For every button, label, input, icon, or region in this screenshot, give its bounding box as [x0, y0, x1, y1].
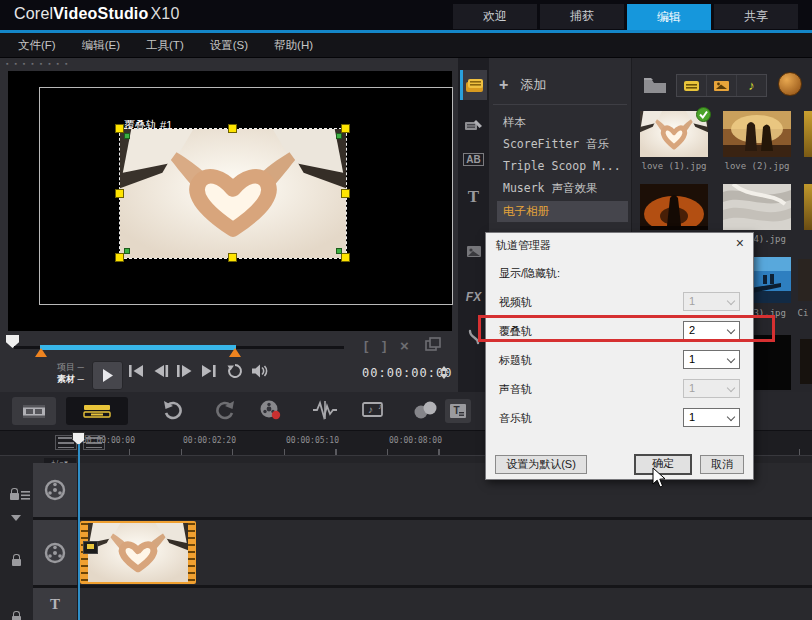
- overlay-clip-image[interactable]: [120, 129, 346, 258]
- subtitle-icon: T: [449, 403, 467, 419]
- trim-end-handle[interactable]: [229, 348, 241, 357]
- menu-help[interactable]: 帮助(H): [274, 38, 313, 53]
- overlay-clip-selection[interactable]: 覆叠轨 #1: [120, 129, 346, 258]
- rotate-handle-ne[interactable]: [336, 133, 342, 139]
- thumbnail-partial[interactable]: [804, 111, 812, 157]
- thumbnail-silhouette[interactable]: [640, 184, 708, 230]
- collapse-tracks-icon[interactable]: [11, 515, 21, 521]
- instant-project-button[interactable]: [460, 110, 487, 140]
- ride-all-tracks-icon[interactable]: [10, 491, 30, 500]
- auto-music-button[interactable]: ♪♪: [362, 400, 388, 420]
- playhead-line[interactable]: [78, 444, 80, 620]
- resize-handle-w[interactable]: [115, 189, 124, 198]
- title-track-count-select[interactable]: 1: [683, 350, 740, 369]
- timecode-up-spinner[interactable]: [440, 366, 448, 371]
- filter-video-button[interactable]: [677, 75, 707, 96]
- resize-handle-s[interactable]: [228, 253, 237, 262]
- category-scorefitter[interactable]: ScoreFitter 音乐: [497, 134, 628, 155]
- instant-project-icon: [464, 118, 483, 132]
- menu-edit[interactable]: 编辑(E): [82, 38, 120, 53]
- overlay-track-header[interactable]: [33, 520, 78, 585]
- undo-button[interactable]: [162, 400, 184, 420]
- plus-icon: +: [499, 76, 508, 94]
- overlay-track-icon: [43, 541, 67, 565]
- subtitle-editor-button[interactable]: T: [445, 399, 471, 423]
- timecode-down-spinner[interactable]: [440, 374, 448, 379]
- resize-handle-se[interactable]: [341, 253, 350, 262]
- trim-range-bar[interactable]: [40, 345, 236, 350]
- volume-button[interactable]: [251, 363, 270, 379]
- cancel-button[interactable]: 取消: [700, 455, 744, 474]
- play-button[interactable]: [92, 361, 123, 390]
- category-muserk[interactable]: Muserk 声音效果: [497, 178, 628, 199]
- tab-capture[interactable]: 捕获: [540, 4, 624, 29]
- repeat-button[interactable]: [227, 363, 243, 379]
- resize-handle-ne[interactable]: [341, 124, 350, 133]
- panel-drag-handle[interactable]: ▪ ▪ ▪ ▪ ▪ ▪ ▪ ▪: [6, 61, 69, 67]
- video-track-header[interactable]: [33, 463, 78, 517]
- title-track-lane[interactable]: [79, 588, 812, 620]
- music-track-count-select[interactable]: 1: [683, 408, 740, 427]
- resize-handle-n[interactable]: [228, 124, 237, 133]
- filter-audio-button[interactable]: ♪: [737, 75, 766, 96]
- overlay-track-lock-icon[interactable]: [12, 559, 21, 566]
- resize-handle-nw[interactable]: [115, 124, 124, 133]
- mode-project-label[interactable]: 项目 ─: [57, 362, 84, 372]
- thumbnail-partial[interactable]: [804, 184, 812, 230]
- title-track-icon: T: [50, 596, 60, 613]
- category-samples[interactable]: 样本: [497, 112, 628, 133]
- thumbnail-love2[interactable]: [723, 111, 791, 157]
- sound-mixer-button[interactable]: [312, 400, 338, 420]
- title-button[interactable]: T: [460, 182, 487, 212]
- thumbnail-black[interactable]: [753, 335, 791, 390]
- tab-welcome[interactable]: 欢迎: [453, 4, 537, 29]
- motion-tracking-button[interactable]: [412, 400, 440, 420]
- resize-handle-e[interactable]: [341, 189, 350, 198]
- thumbnail-partial[interactable]: [800, 339, 812, 384]
- category-triplescoop[interactable]: Triple Scoop M...: [497, 156, 628, 177]
- svg-text:♪: ♪: [368, 404, 373, 415]
- rotate-handle-se[interactable]: [336, 248, 342, 254]
- set-default-button[interactable]: 设置为默认(S): [495, 455, 587, 474]
- dialog-close-button[interactable]: ×: [736, 235, 744, 251]
- rotate-handle-sw[interactable]: [124, 248, 130, 254]
- overlay-clip[interactable]: [80, 521, 196, 584]
- timeline-view-button[interactable]: [66, 397, 128, 425]
- record-capture-button[interactable]: [258, 399, 282, 421]
- resize-handle-sw[interactable]: [115, 253, 124, 262]
- app-window: CorelVideoStudioX10 欢迎 捕获 编辑 共享 文件(F) 编辑…: [0, 0, 812, 620]
- tab-share[interactable]: 共享: [714, 4, 798, 29]
- category-ealbum[interactable]: 电子相册: [497, 201, 628, 222]
- next-frame-button[interactable]: [176, 364, 193, 378]
- transition-button[interactable]: AB: [460, 144, 487, 174]
- filter-button[interactable]: FX: [460, 282, 487, 312]
- enlarge-preview-icon[interactable]: [425, 337, 442, 352]
- storyboard-view-button[interactable]: [12, 397, 56, 425]
- filter-photo-button[interactable]: [707, 75, 737, 96]
- go-end-button[interactable]: [200, 364, 217, 378]
- redo-button[interactable]: [214, 400, 236, 420]
- menu-settings[interactable]: 设置(S): [210, 38, 248, 53]
- media-category-button[interactable]: [460, 70, 487, 100]
- thumbnail-fabric[interactable]: [723, 184, 791, 230]
- mode-clip-label[interactable]: 素材 ─: [57, 374, 84, 384]
- prev-frame-button[interactable]: [153, 364, 170, 378]
- split-clip-icon[interactable]: ×: [400, 337, 409, 354]
- menu-tools[interactable]: 工具(T): [146, 38, 184, 53]
- mark-out-icon[interactable]: ]: [382, 338, 386, 353]
- smart-package-icon[interactable]: [778, 72, 802, 96]
- menu-file[interactable]: 文件(F): [18, 38, 56, 53]
- rotate-handle-nw[interactable]: [124, 133, 130, 139]
- svg-text:♪: ♪: [378, 402, 382, 411]
- dialog-title: 轨道管理器: [496, 238, 551, 253]
- graphic-button[interactable]: [460, 236, 487, 266]
- go-start-button[interactable]: [128, 364, 145, 378]
- trim-start-handle[interactable]: [35, 348, 47, 357]
- timecode-display[interactable]: 00:00:00:00: [362, 366, 452, 380]
- title-track-header[interactable]: T: [33, 588, 78, 620]
- folder-icon[interactable]: [643, 76, 667, 94]
- thumbnail-partial[interactable]: [798, 259, 812, 301]
- title-track-lock-icon[interactable]: [12, 616, 21, 620]
- mark-in-icon[interactable]: [: [364, 338, 368, 353]
- add-category-button[interactable]: + 添加: [499, 72, 619, 98]
